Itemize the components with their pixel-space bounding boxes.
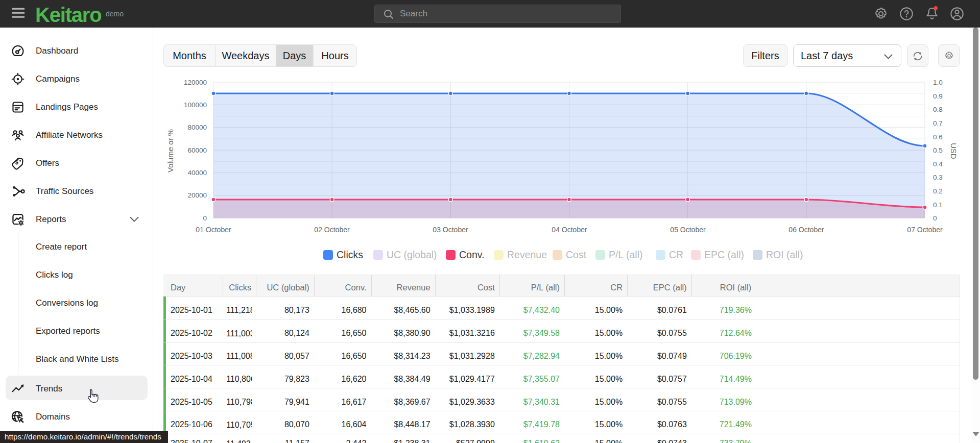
svg-text:$: $ <box>15 159 18 165</box>
